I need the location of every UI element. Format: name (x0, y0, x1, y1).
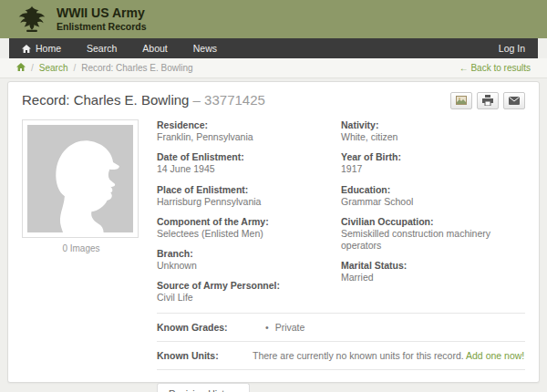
record-field: Year of Birth: 1917 (341, 151, 525, 175)
field-label: Residence: (157, 119, 341, 131)
site-subtitle: Enlistment Records (57, 21, 147, 33)
breadcrumb: / Search / Record: Charles E. Bowling ← … (0, 58, 547, 78)
email-icon (509, 96, 520, 107)
known-grades-section: Known Grades: Private (157, 313, 525, 341)
site-title: WWII US Army (57, 5, 147, 22)
field-label: Education: (341, 184, 525, 196)
field-label: Marital Status: (341, 260, 525, 272)
print-icon (482, 95, 493, 108)
record-field: Civilian Occupation: Semiskilled constru… (341, 216, 525, 252)
portrait-frame (22, 119, 139, 238)
record-field: Place of Enlistment: Harrisburg Pennsylv… (157, 184, 341, 208)
known-grades-list: Private (253, 322, 304, 333)
field-label: Component of the Army: (157, 216, 341, 228)
field-value: Married (341, 272, 525, 284)
field-value: Franklin, Pennsylvania (157, 131, 341, 143)
field-value: Unknown (157, 260, 341, 272)
nav-item-about[interactable]: About (129, 38, 180, 58)
field-value: Civil Life (157, 292, 341, 304)
record-field: Source of Army Personnel: Civil Life (157, 280, 341, 304)
record-field: Component of the Army: Selectees (Enlist… (157, 216, 341, 240)
fields-right: Nativity: White, citizen Year of Birth: … (341, 119, 525, 313)
known-units-empty-text: There are currently no known units for t… (253, 350, 464, 361)
field-label: Nativity: (341, 119, 525, 131)
field-label: Branch: (157, 248, 341, 260)
grade-item: Private (253, 322, 304, 333)
email-button[interactable] (503, 92, 525, 109)
image-count: 0 Images (22, 243, 140, 253)
record-card: Record: Charles E. Bowling – 33771425 (7, 81, 540, 383)
breadcrumb-search-link[interactable]: Search (39, 63, 68, 73)
field-label: Source of Army Personnel: (157, 280, 341, 292)
site-header: WWII US Army Enlistment Records (0, 0, 547, 38)
fields-left: Residence: Franklin, Pennsylvania Date o… (157, 119, 341, 313)
home-icon (22, 45, 31, 53)
field-value: Grammar School (341, 196, 525, 208)
portrait-column: 0 Images (22, 119, 140, 392)
record-field: Residence: Franklin, Pennsylvania (157, 119, 341, 143)
record-field: Branch: Unknown (157, 248, 341, 272)
field-value: Semiskilled construction machinery opera… (341, 228, 525, 252)
record-field: Education: Grammar School (341, 184, 525, 208)
add-unit-link[interactable]: Add one now! (466, 350, 524, 361)
field-value: Harrisburg Pennsylvania (157, 196, 341, 208)
known-units-section: Known Units: There are currently no know… (157, 341, 525, 370)
photos-icon (456, 96, 467, 107)
main-nav: Home Search About News Log In (9, 38, 538, 58)
nav-item-home[interactable]: Home (9, 38, 74, 58)
soldier-silhouette-icon (27, 125, 133, 232)
field-value: Selectees (Enlisted Men) (157, 228, 341, 240)
field-label: Place of Enlistment: (157, 184, 341, 196)
field-label: Date of Enlistment: (157, 151, 341, 163)
field-label: Civilian Occupation: (341, 216, 525, 228)
record-actions (450, 92, 525, 109)
nav-item-news[interactable]: News (181, 38, 230, 58)
photos-button[interactable] (450, 92, 472, 109)
breadcrumb-home-icon[interactable] (16, 63, 26, 73)
record-field: Marital Status: Married (341, 260, 525, 284)
record-field: Nativity: White, citizen (341, 119, 525, 143)
nav-item-search[interactable]: Search (74, 38, 129, 58)
serial-number: – 33771425 (193, 92, 265, 108)
known-grades-label: Known Grades: (157, 322, 253, 333)
print-button[interactable] (477, 92, 499, 109)
tab-revision-history[interactable]: Revision History (157, 383, 250, 392)
page-title: Record: Charles E. Bowling – 33771425 (22, 92, 265, 108)
field-value: White, citizen (341, 131, 525, 143)
army-seal-icon (16, 5, 47, 34)
field-value: 14 June 1945 (157, 163, 341, 175)
record-tabs: Revision History (157, 382, 525, 392)
record-field: Date of Enlistment: 14 June 1945 (157, 151, 341, 175)
known-units-label: Known Units: (157, 350, 253, 361)
field-value: 1917 (341, 163, 525, 175)
field-label: Year of Birth: (341, 151, 525, 163)
back-to-results-link[interactable]: ← Back to results (459, 63, 531, 73)
login-link[interactable]: Log In (486, 43, 538, 54)
breadcrumb-current: Record: Charles E. Bowling (81, 63, 192, 73)
